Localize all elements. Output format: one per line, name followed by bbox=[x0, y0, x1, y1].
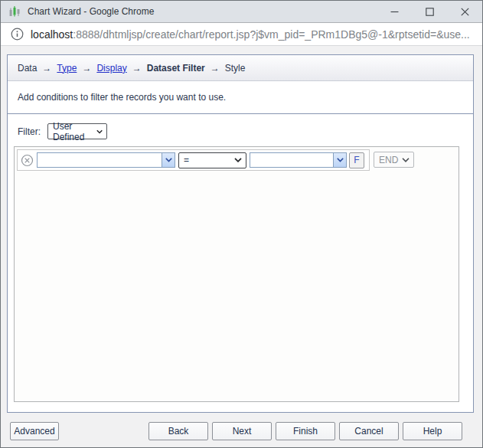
title-bar: Chart Wizard - Google Chrome bbox=[1, 1, 482, 22]
chevron-down-icon bbox=[234, 158, 242, 162]
circle-x-icon bbox=[21, 154, 34, 167]
window-controls bbox=[377, 1, 482, 22]
field-combobox-dropdown-button[interactable] bbox=[162, 153, 175, 167]
maximize-button[interactable] bbox=[412, 1, 447, 22]
breadcrumb-item-dataset-filter: Dataset Filter bbox=[147, 63, 205, 74]
close-button[interactable] bbox=[447, 1, 482, 22]
operator-selected-value: = bbox=[184, 155, 189, 165]
filter-area: Filter: User Defined bbox=[8, 114, 473, 411]
logic-operator-select[interactable]: END bbox=[374, 152, 414, 168]
breadcrumb-item-style: Style bbox=[225, 63, 246, 74]
formula-button[interactable]: F bbox=[349, 152, 364, 168]
advanced-button[interactable]: Advanced bbox=[10, 422, 59, 440]
window-title: Chart Wizard - Google Chrome bbox=[28, 6, 154, 17]
wizard-panel: Data → Type → Display → Dataset Filter →… bbox=[7, 54, 474, 413]
filter-conditions-canvas: = F END bbox=[14, 146, 459, 402]
value-combobox bbox=[250, 152, 347, 168]
chevron-down-icon bbox=[337, 158, 344, 162]
back-button[interactable]: Back bbox=[148, 422, 208, 440]
url-path: :8888/dhtmljsp/create/chart/report.jsp?j… bbox=[73, 28, 469, 41]
breadcrumb-separator: → bbox=[210, 63, 220, 74]
breadcrumb-link-display[interactable]: Display bbox=[96, 63, 126, 74]
condition-row: = F bbox=[17, 149, 370, 171]
minimize-button[interactable] bbox=[377, 1, 412, 22]
operator-select[interactable]: = bbox=[178, 152, 246, 168]
help-button[interactable]: Help bbox=[403, 422, 462, 440]
instruction-row: Add conditions to filter the records you… bbox=[8, 81, 473, 114]
filter-type-row: Filter: User Defined bbox=[18, 123, 107, 139]
chevron-down-icon bbox=[402, 158, 410, 162]
filter-label: Filter: bbox=[18, 126, 41, 137]
instruction-text: Add conditions to filter the records you… bbox=[18, 92, 226, 103]
breadcrumb: Data → Type → Display → Dataset Filter →… bbox=[8, 55, 473, 81]
chevron-down-icon bbox=[96, 129, 103, 134]
url-omnibox[interactable]: localhost:8888/dhtmljsp/create/chart/rep… bbox=[31, 28, 470, 41]
breadcrumb-link-type[interactable]: Type bbox=[57, 63, 77, 74]
chevron-down-icon bbox=[165, 158, 172, 162]
wizard-nav-buttons: Back Next Finish Cancel Help bbox=[148, 422, 462, 440]
filter-type-select[interactable]: User Defined bbox=[47, 123, 107, 139]
breadcrumb-separator: → bbox=[82, 63, 91, 74]
url-host: localhost bbox=[31, 28, 73, 41]
finish-button[interactable]: Finish bbox=[276, 422, 335, 440]
cancel-button[interactable]: Cancel bbox=[339, 422, 399, 440]
address-bar: localhost:8888/dhtmljsp/create/chart/rep… bbox=[1, 22, 482, 46]
breadcrumb-item-data: Data bbox=[18, 63, 37, 74]
remove-condition-button[interactable] bbox=[21, 154, 34, 167]
chart-bars-icon bbox=[8, 5, 21, 18]
breadcrumb-separator: → bbox=[132, 63, 142, 74]
filter-type-selected-value: User Defined bbox=[53, 121, 96, 142]
value-combobox-dropdown-button[interactable] bbox=[333, 153, 346, 167]
breadcrumb-separator: → bbox=[42, 63, 51, 74]
maximize-icon bbox=[426, 8, 434, 16]
close-icon bbox=[461, 8, 469, 16]
field-combobox bbox=[37, 152, 175, 168]
next-button[interactable]: Next bbox=[212, 422, 272, 440]
minimize-icon bbox=[390, 8, 399, 16]
chart-wizard-window: Chart Wizard - Google Chrome localhost:8… bbox=[0, 0, 483, 448]
logic-selected-value: END bbox=[379, 155, 398, 165]
page-info-icon[interactable] bbox=[11, 28, 24, 41]
field-combobox-input[interactable] bbox=[38, 153, 162, 167]
value-combobox-input[interactable] bbox=[250, 153, 333, 167]
